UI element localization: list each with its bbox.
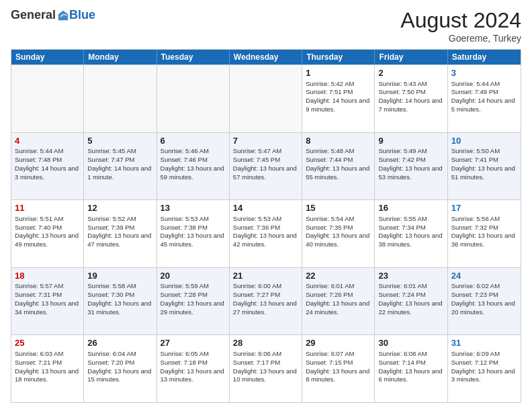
cell-4-7: 24 Sunrise: 6:02 AM Sunset: 7:23 PM Dayl…	[448, 268, 521, 335]
cell-3-6: 16 Sunrise: 5:55 AM Sunset: 7:34 PM Dayl…	[375, 200, 447, 267]
header-wednesday: Wednesday	[230, 50, 302, 64]
sunset-text: Sunset: 7:41 PM	[451, 156, 498, 163]
sunset-text: Sunset: 7:48 PM	[15, 156, 62, 163]
cell-5-3: 27 Sunrise: 6:05 AM Sunset: 7:18 PM Dayl…	[157, 335, 230, 402]
week-3: 11 Sunrise: 5:51 AM Sunset: 7:40 PM Dayl…	[11, 199, 521, 267]
logo-blue-text: Blue	[69, 8, 95, 22]
sunset-text: Sunset: 7:32 PM	[451, 224, 498, 231]
daylight-text: Daylight: 14 hours and 7 minutes.	[378, 97, 442, 113]
sunrise-text: Sunrise: 5:51 AM	[15, 215, 63, 222]
week-4: 18 Sunrise: 5:57 AM Sunset: 7:31 PM Dayl…	[11, 267, 521, 335]
sunrise-text: Sunrise: 5:42 AM	[306, 80, 354, 87]
sunrise-text: Sunrise: 6:09 AM	[451, 350, 500, 357]
sunrise-text: Sunrise: 5:49 AM	[378, 147, 427, 154]
week-5: 25 Sunrise: 6:03 AM Sunset: 7:21 PM Dayl…	[11, 334, 521, 402]
location: Goereme, Turkey	[400, 33, 521, 44]
daylight-text: Daylight: 13 hours and 24 minutes.	[306, 300, 369, 316]
day-number: 31	[451, 337, 517, 349]
sunrise-text: Sunrise: 5:48 AM	[306, 147, 354, 154]
sunset-text: Sunset: 7:40 PM	[15, 224, 62, 231]
sunset-text: Sunset: 7:38 PM	[161, 224, 208, 231]
sunset-text: Sunset: 7:18 PM	[161, 359, 208, 366]
daylight-text: Daylight: 13 hours and 34 minutes.	[15, 300, 79, 316]
logo-general-text: General	[11, 8, 56, 22]
cell-3-7: 17 Sunrise: 5:56 AM Sunset: 7:32 PM Dayl…	[448, 200, 521, 267]
calendar: Sunday Monday Tuesday Wednesday Thursday…	[11, 49, 521, 403]
cell-3-5: 15 Sunrise: 5:54 AM Sunset: 7:35 PM Dayl…	[302, 200, 375, 267]
day-number: 29	[306, 337, 371, 349]
sunset-text: Sunset: 7:34 PM	[378, 224, 425, 231]
daylight-text: Daylight: 13 hours and 47 minutes.	[87, 232, 151, 248]
daylight-text: Daylight: 13 hours and 22 minutes.	[378, 300, 442, 316]
cell-1-6: 2 Sunrise: 5:43 AM Sunset: 7:50 PM Dayli…	[375, 65, 447, 132]
cell-2-1: 4 Sunrise: 5:44 AM Sunset: 7:48 PM Dayli…	[11, 133, 84, 200]
day-number: 17	[451, 202, 517, 214]
sunrise-text: Sunrise: 5:58 AM	[87, 282, 136, 289]
sunrise-text: Sunrise: 5:44 AM	[451, 80, 500, 87]
day-number: 12	[87, 202, 152, 214]
sunrise-text: Sunrise: 6:01 AM	[378, 282, 427, 289]
header-thursday: Thursday	[302, 50, 375, 64]
daylight-text: Daylight: 14 hours and 1 minute.	[87, 165, 151, 181]
day-number: 8	[306, 135, 371, 147]
week-1: 1 Sunrise: 5:42 AM Sunset: 7:51 PM Dayli…	[11, 64, 521, 132]
cell-2-4: 7 Sunrise: 5:47 AM Sunset: 7:45 PM Dayli…	[230, 133, 302, 200]
daylight-text: Daylight: 14 hours and 3 minutes.	[15, 165, 79, 181]
sunrise-text: Sunrise: 6:01 AM	[306, 282, 354, 289]
cell-2-2: 5 Sunrise: 5:45 AM Sunset: 7:47 PM Dayli…	[84, 133, 157, 200]
day-number: 20	[161, 270, 226, 282]
calendar-header: Sunday Monday Tuesday Wednesday Thursday…	[11, 50, 521, 64]
daylight-text: Daylight: 13 hours and 51 minutes.	[451, 165, 515, 181]
cell-1-2	[84, 65, 157, 132]
cell-4-5: 22 Sunrise: 6:01 AM Sunset: 7:26 PM Dayl…	[302, 268, 375, 335]
header-monday: Monday	[84, 50, 157, 64]
cell-2-3: 6 Sunrise: 5:46 AM Sunset: 7:46 PM Dayli…	[157, 133, 230, 200]
day-number: 4	[15, 135, 80, 147]
day-number: 23	[378, 270, 443, 282]
sunrise-text: Sunrise: 5:57 AM	[15, 282, 63, 289]
sunrise-text: Sunrise: 5:46 AM	[161, 147, 209, 154]
sunset-text: Sunset: 7:28 PM	[161, 291, 208, 298]
logo-icon	[57, 9, 69, 21]
sunrise-text: Sunrise: 5:54 AM	[306, 215, 354, 222]
sunrise-text: Sunrise: 5:56 AM	[451, 215, 500, 222]
day-number: 18	[15, 270, 80, 282]
daylight-text: Daylight: 13 hours and 57 minutes.	[233, 165, 297, 181]
sunset-text: Sunset: 7:46 PM	[161, 156, 208, 163]
sunrise-text: Sunrise: 5:45 AM	[87, 147, 136, 154]
daylight-text: Daylight: 13 hours and 49 minutes.	[15, 232, 79, 248]
header: General Blue August 2024 Goereme, Turkey	[11, 8, 521, 44]
sunset-text: Sunset: 7:51 PM	[306, 88, 353, 95]
cell-3-4: 14 Sunrise: 5:53 AM Sunset: 7:36 PM Dayl…	[230, 200, 302, 267]
daylight-text: Daylight: 13 hours and 31 minutes.	[87, 300, 151, 316]
sunrise-text: Sunrise: 5:53 AM	[161, 215, 209, 222]
sunrise-text: Sunrise: 6:03 AM	[15, 350, 63, 357]
sunset-text: Sunset: 7:23 PM	[451, 291, 498, 298]
day-number: 28	[233, 337, 298, 349]
sunset-text: Sunset: 7:45 PM	[233, 156, 280, 163]
cell-5-4: 28 Sunrise: 6:06 AM Sunset: 7:17 PM Dayl…	[230, 335, 302, 402]
sunrise-text: Sunrise: 6:00 AM	[233, 282, 281, 289]
cell-1-5: 1 Sunrise: 5:42 AM Sunset: 7:51 PM Dayli…	[302, 65, 375, 132]
daylight-text: Daylight: 13 hours and 45 minutes.	[161, 232, 224, 248]
daylight-text: Daylight: 13 hours and 53 minutes.	[378, 165, 442, 181]
sunset-text: Sunset: 7:36 PM	[233, 224, 280, 231]
sunset-text: Sunset: 7:21 PM	[15, 359, 62, 366]
daylight-text: Daylight: 13 hours and 59 minutes.	[161, 165, 224, 181]
daylight-text: Daylight: 13 hours and 6 minutes.	[378, 367, 442, 383]
sunset-text: Sunset: 7:20 PM	[87, 359, 134, 366]
daylight-text: Daylight: 13 hours and 29 minutes.	[161, 300, 224, 316]
sunrise-text: Sunrise: 6:06 AM	[233, 350, 281, 357]
sunset-text: Sunset: 7:14 PM	[378, 359, 425, 366]
sunrise-text: Sunrise: 5:47 AM	[233, 147, 281, 154]
day-number: 3	[451, 67, 517, 79]
sunrise-text: Sunrise: 5:43 AM	[378, 80, 427, 87]
daylight-text: Daylight: 13 hours and 18 minutes.	[15, 367, 79, 383]
day-number: 24	[451, 270, 517, 282]
sunset-text: Sunset: 7:17 PM	[233, 359, 280, 366]
day-number: 30	[378, 337, 443, 349]
daylight-text: Daylight: 13 hours and 13 minutes.	[161, 367, 224, 383]
cell-5-1: 25 Sunrise: 6:03 AM Sunset: 7:21 PM Dayl…	[11, 335, 84, 402]
cell-2-5: 8 Sunrise: 5:48 AM Sunset: 7:44 PM Dayli…	[302, 133, 375, 200]
daylight-text: Daylight: 13 hours and 36 minutes.	[451, 232, 515, 248]
